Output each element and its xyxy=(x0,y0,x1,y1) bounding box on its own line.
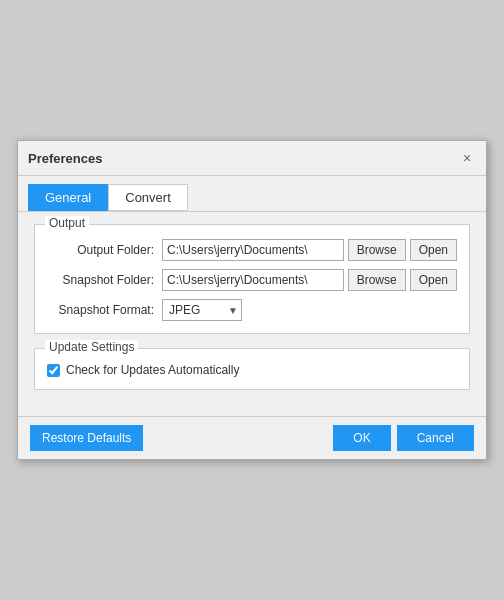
update-section-title: Update Settings xyxy=(45,340,138,354)
check-updates-checkbox[interactable] xyxy=(47,364,60,377)
update-section: Update Settings Check for Updates Automa… xyxy=(34,348,470,390)
footer-right-buttons: OK Cancel xyxy=(333,425,474,451)
cancel-button[interactable]: Cancel xyxy=(397,425,474,451)
snapshot-format-label: Snapshot Format: xyxy=(47,303,162,317)
output-section: Output Output Folder: Browse Open Snapsh… xyxy=(34,224,470,334)
output-folder-row: Output Folder: Browse Open xyxy=(47,239,457,261)
snapshot-format-wrapper: JPEG PNG BMP TIFF ▼ xyxy=(162,299,242,321)
check-updates-row: Check for Updates Automatically xyxy=(47,363,457,377)
snapshot-folder-row: Snapshot Folder: Browse Open xyxy=(47,269,457,291)
tab-convert[interactable]: Convert xyxy=(108,184,188,211)
snapshot-folder-open-button[interactable]: Open xyxy=(410,269,457,291)
tab-general[interactable]: General xyxy=(28,184,108,211)
check-updates-label[interactable]: Check for Updates Automatically xyxy=(66,363,239,377)
ok-button[interactable]: OK xyxy=(333,425,390,451)
snapshot-format-row: Snapshot Format: JPEG PNG BMP TIFF ▼ xyxy=(47,299,457,321)
tabs-container: General Convert xyxy=(18,176,486,212)
output-folder-open-button[interactable]: Open xyxy=(410,239,457,261)
restore-defaults-button[interactable]: Restore Defaults xyxy=(30,425,143,451)
output-folder-label: Output Folder: xyxy=(47,243,162,257)
output-folder-browse-button[interactable]: Browse xyxy=(348,239,406,261)
dialog-title: Preferences xyxy=(28,151,102,166)
snapshot-folder-label: Snapshot Folder: xyxy=(47,273,162,287)
close-button[interactable]: × xyxy=(458,149,476,167)
content-area: Output Output Folder: Browse Open Snapsh… xyxy=(18,212,486,416)
footer: Restore Defaults OK Cancel xyxy=(18,416,486,459)
output-section-title: Output xyxy=(45,216,89,230)
snapshot-folder-browse-button[interactable]: Browse xyxy=(348,269,406,291)
output-folder-input[interactable] xyxy=(162,239,344,261)
snapshot-format-select[interactable]: JPEG PNG BMP TIFF xyxy=(162,299,242,321)
snapshot-folder-input[interactable] xyxy=(162,269,344,291)
preferences-dialog: Preferences × General Convert Output Out… xyxy=(17,140,487,460)
title-bar: Preferences × xyxy=(18,141,486,176)
